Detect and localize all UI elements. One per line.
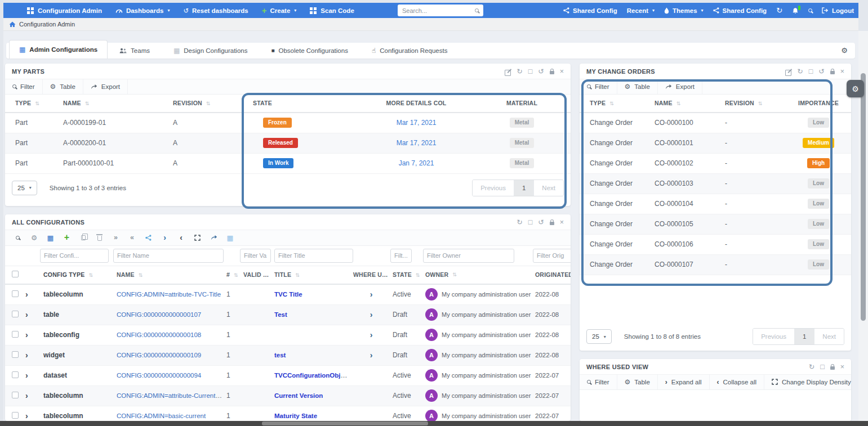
table-row[interactable]: Part Part-0000100-01 A In Work Jan 7, 20… xyxy=(5,154,571,174)
export-button[interactable]: Export xyxy=(83,79,128,94)
date-link[interactable]: Mar 17, 2021 xyxy=(397,139,437,147)
where-used-chevron-icon[interactable]: › xyxy=(370,290,373,299)
table-row[interactable]: Part A-0000200-01 A Released Mar 17, 202… xyxy=(5,133,571,154)
home-icon[interactable] xyxy=(9,21,16,28)
table-row[interactable]: Change Order CO-0000102 - High xyxy=(580,154,851,174)
row-checkbox[interactable] xyxy=(12,412,19,419)
fullscreen-button[interactable] xyxy=(189,232,206,243)
table-row[interactable]: › tablecolumn CONFIG:ADMIN=attribute-TVC… xyxy=(5,285,571,305)
where-used-chevron-icon[interactable]: › xyxy=(370,351,373,360)
tab-design-configurations[interactable]: ▦ Design Configurations xyxy=(162,43,260,59)
date-link[interactable]: Jan 7, 2021 xyxy=(399,159,434,167)
export-button[interactable] xyxy=(206,232,222,243)
vertical-scrollbar-thumb[interactable] xyxy=(861,73,866,321)
expand-all-button[interactable]: ›Expand all xyxy=(658,375,710,389)
edit-icon[interactable] xyxy=(785,69,791,75)
refresh-icon[interactable]: ↻ xyxy=(797,68,803,75)
page-size-select[interactable]: 25▾ xyxy=(586,329,612,344)
expand-row-icon[interactable]: › xyxy=(25,310,28,319)
reset-dashboards-button[interactable]: ↺ Reset dashboards xyxy=(183,7,248,15)
table-row[interactable]: › tablecolumn CONFIG:ADMIN=attribute-Cur… xyxy=(5,386,571,406)
dashboards-menu[interactable]: Dashboards ▾ xyxy=(115,7,170,14)
global-search[interactable] xyxy=(398,5,483,16)
table-row[interactable]: Change Order CO-0000101 - Medium xyxy=(580,133,851,154)
table-row[interactable]: › widget CONFIG:0000000000000109 1 test … xyxy=(5,346,571,366)
tab-configuration-requests[interactable]: ☝ Configuration Requests xyxy=(360,43,460,59)
filter-originated-input[interactable] xyxy=(533,249,571,263)
column-header-originated[interactable]: ORIGINATED xyxy=(532,271,571,278)
recent-menu[interactable]: Recent ▾ xyxy=(627,7,655,14)
table-row[interactable]: Change Order CO-0000104 - Low xyxy=(580,194,851,214)
undo-icon[interactable]: ↺ xyxy=(818,68,824,75)
navbar-search-icon[interactable] xyxy=(808,8,812,12)
column-header-number[interactable]: #⇅ xyxy=(223,271,240,278)
where-used-chevron-icon[interactable]: › xyxy=(370,330,373,339)
filter-valid-for-input[interactable] xyxy=(240,249,271,263)
breadcrumb-label[interactable]: Configuration Admin xyxy=(19,21,75,28)
current-page-button[interactable]: 1 xyxy=(794,329,814,344)
scan-code-button[interactable]: Scan Code xyxy=(310,7,354,14)
row-checkbox[interactable] xyxy=(12,290,19,297)
column-header-config-type[interactable]: CONFIG TYPE⇅ xyxy=(40,271,113,278)
table-row[interactable]: › dataset CONFIG:0000000000000094 1 TVCC… xyxy=(5,366,571,386)
sync-icon[interactable]: ↻ xyxy=(776,6,782,15)
share-button[interactable] xyxy=(140,232,157,243)
shared-config-button-1[interactable]: Shared Config xyxy=(563,7,617,14)
table-row[interactable]: › tableconfig CONFIG:0000000000000108 1 … xyxy=(5,325,571,346)
config-name-link[interactable]: CONFIG:0000000000000109 xyxy=(117,352,201,358)
title-link[interactable]: TVCConfigurationObjects xyxy=(274,371,350,379)
config-name-link[interactable]: CONFIG:ADMIN=attribute-TVC-Title xyxy=(117,291,221,298)
column-header-valid-for[interactable]: VALID FOR xyxy=(240,271,271,278)
config-name-link[interactable]: CONFIG:ADMIN=attribute-Current-Version xyxy=(117,392,223,399)
table-row[interactable]: Change Order CO-0000103 - Low xyxy=(580,174,851,194)
column-header-type[interactable]: TYPE⇅ xyxy=(586,100,651,106)
undo-icon[interactable]: ↺ xyxy=(538,68,544,75)
expand-row-icon[interactable]: › xyxy=(25,330,28,339)
title-link[interactable]: Current Version xyxy=(274,392,323,399)
next-page-button[interactable]: Next xyxy=(814,329,844,344)
current-page-button[interactable]: 1 xyxy=(514,180,533,196)
settings-button[interactable]: ⚙ xyxy=(26,232,42,243)
title-link[interactable]: TVC Title xyxy=(274,291,302,298)
add-button[interactable]: + xyxy=(59,232,75,243)
title-link[interactable]: Maturity State xyxy=(274,412,317,419)
column-header-state[interactable]: STATE⇅ xyxy=(389,271,422,278)
column-header-type[interactable]: TYPE⇅ xyxy=(12,100,60,106)
themes-menu[interactable]: Themes ▾ xyxy=(664,7,703,14)
table-row[interactable]: › tablecolumn CONFIG:ADMIN=basic-current… xyxy=(5,406,571,421)
close-icon[interactable]: × xyxy=(560,68,564,75)
filter-button[interactable]: Filter xyxy=(580,375,617,389)
row-checkbox[interactable] xyxy=(12,392,19,398)
search-button[interactable] xyxy=(10,232,26,243)
next-page-button[interactable]: Next xyxy=(533,180,563,196)
column-header-name[interactable]: NAME⇅ xyxy=(651,100,722,106)
page-size-select[interactable]: 25▾ xyxy=(12,181,37,195)
title-link[interactable]: Test xyxy=(274,311,287,318)
table-row[interactable]: › table CONFIG:0000000000000107 1 Test ›… xyxy=(5,305,571,325)
column-header-title[interactable]: TITLE⇅ xyxy=(271,271,350,278)
change-display-density-button[interactable]: Change Display Density xyxy=(764,375,851,389)
column-header-importance[interactable]: IMPORTANCE xyxy=(784,100,850,106)
row-checkbox[interactable] xyxy=(12,311,19,317)
logout-button[interactable]: Logout xyxy=(822,7,854,14)
notifications-bell-icon[interactable] xyxy=(792,7,799,14)
window-icon[interactable]: □ xyxy=(820,364,825,371)
row-checkbox[interactable] xyxy=(12,371,19,378)
lock-icon[interactable] xyxy=(550,71,554,74)
table-row[interactable]: Change Order CO-0000106 - Low xyxy=(580,235,851,255)
collapse-all-button[interactable]: ‹Collapse all xyxy=(710,375,764,389)
window-icon[interactable]: □ xyxy=(528,68,533,75)
delete-button[interactable] xyxy=(91,232,108,243)
config-name-link[interactable]: CONFIG:0000000000000107 xyxy=(117,311,201,318)
fast-forward-button[interactable]: » xyxy=(108,232,124,243)
previous-item-button[interactable]: ‹ xyxy=(173,232,189,243)
table-button[interactable]: ⚙Table xyxy=(43,79,83,94)
brand[interactable]: Configuration Admin xyxy=(27,7,102,14)
column-header-name[interactable]: NAME⇅ xyxy=(60,100,170,106)
copy-button[interactable] xyxy=(75,232,91,243)
create-menu[interactable]: + Create ▾ xyxy=(262,7,297,14)
export-button[interactable]: Export xyxy=(658,79,702,94)
table-button[interactable]: ⚙Table xyxy=(617,79,658,94)
row-checkbox[interactable] xyxy=(12,351,19,358)
refresh-icon[interactable]: ↻ xyxy=(517,68,522,75)
